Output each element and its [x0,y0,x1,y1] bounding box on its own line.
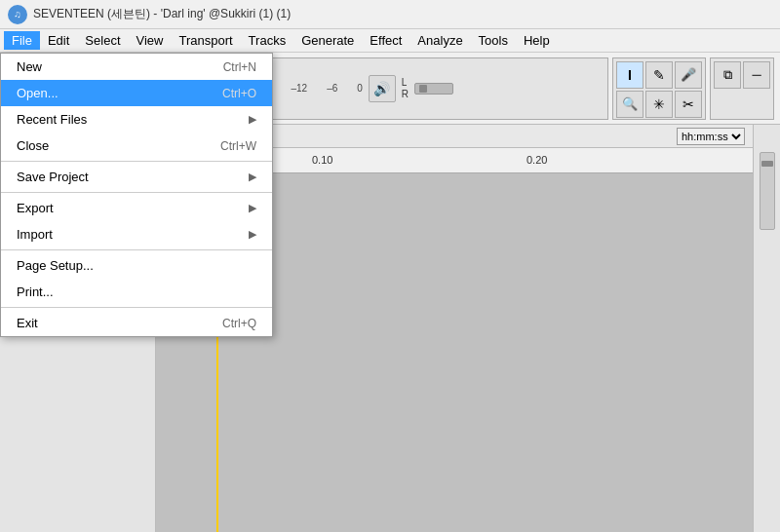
lr-indicator: LR [402,77,409,100]
menu-new-label: New [17,59,42,74]
separator-4 [1,307,272,308]
cut-tool[interactable]: ✂ [675,91,702,118]
menu-exit-label: Exit [17,316,38,330]
menu-close-label: Close [17,138,49,153]
menu-save-project[interactable]: Save Project ▶ [1,164,272,190]
menu-page-setup[interactable]: Page Setup... [1,252,272,279]
menu-edit[interactable]: Edit [40,31,77,50]
recent-files-arrow: ▶ [249,113,256,126]
separator-1 [1,161,272,162]
menu-recent-label: Recent Files [17,112,87,127]
separator-2 [1,192,272,193]
menu-open-shortcut: Ctrl+O [222,87,256,100]
menu-print-label: Print... [17,285,54,299]
import-arrow: ▶ [249,228,256,241]
copy-tool[interactable]: ⧉ [714,61,741,89]
menu-export[interactable]: Export ▶ [1,195,272,221]
extra-tools-group: ⧉ ─ [710,57,774,120]
title-bar: ♫ SEVENTEEN (세븐틴) - 'Darl ing' @Sukkiri … [0,0,780,29]
menu-help[interactable]: Help [516,31,558,50]
menu-bar: File Edit Select View Transport Tracks G… [0,29,780,53]
menu-page-setup-label: Page Setup... [17,258,94,273]
tools-group: I ✎ 🎤 🔍 ✳ ✂ [612,57,706,120]
menu-open-label: Open... [17,86,58,100]
gain-slider[interactable] [414,83,453,95]
menu-import-label: Import [17,227,53,242]
menu-export-label: Export [17,201,54,215]
separator-3 [1,249,272,250]
menu-open[interactable]: Open... Ctrl+O [1,80,272,106]
menu-effect[interactable]: Effect [362,31,410,50]
menu-select[interactable]: Select [77,31,128,50]
multi-tool[interactable]: ✳ [645,91,673,118]
menu-analyze[interactable]: Analyze [410,31,470,50]
save-project-arrow: ▶ [249,171,256,183]
envelope-tool[interactable]: ✎ [645,61,673,89]
menu-file[interactable]: File [4,31,40,50]
zoom-tool[interactable]: 🔍 [616,91,644,118]
menu-close[interactable]: Close Ctrl+W [1,133,272,159]
speaker-button[interactable]: 🔊 [369,75,396,102]
timeline-format-select[interactable]: hh:mm:ss [677,128,745,145]
menu-view[interactable]: View [129,31,172,50]
trim-tool[interactable]: ─ [743,61,770,89]
menu-new-shortcut: Ctrl+N [223,60,256,74]
menu-tracks[interactable]: Tracks [241,31,294,50]
right-panel [753,125,780,532]
menu-exit[interactable]: Exit Ctrl+Q [1,310,272,336]
menu-close-shortcut: Ctrl+W [220,139,256,153]
selection-tool[interactable]: I [616,61,644,89]
app-icon: ♫ [8,5,27,24]
ruler-mark-020: 0.20 [526,154,547,166]
menu-recent-files[interactable]: Recent Files ▶ [1,106,272,133]
menu-save-label: Save Project [17,170,89,184]
mic-monitor-tool[interactable]: 🎤 [675,61,702,89]
menu-generate[interactable]: Generate [293,31,362,50]
window-title: SEVENTEEN (세븐틴) - 'Darl ing' @Sukkiri (1… [33,6,291,22]
menu-new[interactable]: New Ctrl+N [1,54,272,80]
menu-tools[interactable]: Tools [471,31,516,50]
file-dropdown-menu: New Ctrl+N Open... Ctrl+O Recent Files ▶… [0,53,273,337]
menu-print[interactable]: Print... [1,279,272,305]
menu-transport[interactable]: Transport [171,31,240,50]
menu-import[interactable]: Import ▶ [1,221,272,247]
volume-slider-right[interactable] [760,152,775,230]
menu-exit-shortcut: Ctrl+Q [222,317,256,330]
ruler-mark-010: 0.10 [312,154,332,166]
export-arrow: ▶ [249,202,256,214]
